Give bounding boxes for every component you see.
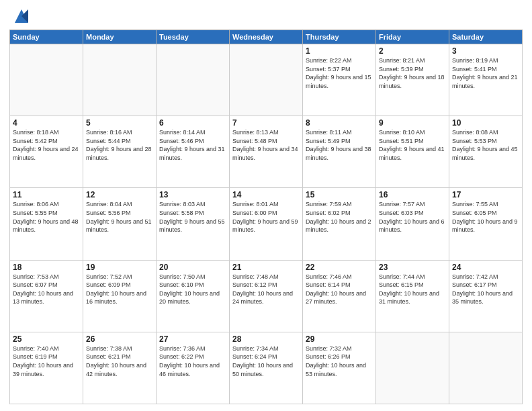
calendar-cell: 4Sunrise: 8:18 AMSunset: 5:42 PMDaylight…	[10, 116, 83, 188]
day-number: 19	[86, 263, 153, 272]
week-row-0: 1Sunrise: 8:22 AMSunset: 5:37 PMDaylight…	[10, 44, 523, 116]
calendar-cell: 28Sunrise: 7:34 AMSunset: 6:24 PMDayligh…	[230, 332, 303, 404]
calendar-cell: 27Sunrise: 7:36 AMSunset: 6:22 PMDayligh…	[157, 332, 230, 404]
day-info: Sunrise: 7:38 AMSunset: 6:21 PMDaylight:…	[86, 345, 153, 378]
week-row-2: 11Sunrise: 8:06 AMSunset: 5:55 PMDayligh…	[10, 188, 523, 260]
day-number: 14	[232, 190, 300, 199]
day-number: 17	[452, 190, 519, 199]
day-info: Sunrise: 8:13 AMSunset: 5:48 PMDaylight:…	[232, 128, 300, 162]
day-number: 2	[379, 46, 446, 56]
calendar-cell: 25Sunrise: 7:40 AMSunset: 6:19 PMDayligh…	[10, 332, 83, 404]
day-number: 9	[379, 118, 446, 128]
page: SundayMondayTuesdayWednesdayThursdayFrid…	[0, 0, 532, 411]
calendar-cell: 16Sunrise: 7:57 AMSunset: 6:03 PMDayligh…	[376, 188, 449, 260]
day-number: 16	[379, 190, 446, 199]
calendar-cell: 7Sunrise: 8:13 AMSunset: 5:48 PMDaylight…	[230, 116, 303, 188]
day-info: Sunrise: 7:44 AMSunset: 6:15 PMDaylight:…	[379, 273, 446, 306]
calendar-header-row: SundayMondayTuesdayWednesdayThursdayFrid…	[10, 30, 523, 44]
day-info: Sunrise: 8:11 AMSunset: 5:49 PMDaylight:…	[306, 128, 373, 162]
day-number: 23	[379, 263, 446, 272]
day-info: Sunrise: 8:14 AMSunset: 5:46 PMDaylight:…	[159, 128, 226, 162]
day-number: 18	[13, 263, 80, 272]
calendar-cell: 24Sunrise: 7:42 AMSunset: 6:17 PMDayligh…	[449, 260, 523, 332]
calendar-cell: 26Sunrise: 7:38 AMSunset: 6:21 PMDayligh…	[83, 332, 157, 404]
day-number: 10	[452, 118, 519, 128]
day-number: 25	[13, 334, 80, 344]
day-info: Sunrise: 8:21 AMSunset: 5:39 PMDaylight:…	[379, 56, 446, 90]
calendar-cell: 15Sunrise: 7:59 AMSunset: 6:02 PMDayligh…	[303, 188, 376, 260]
day-info: Sunrise: 7:53 AMSunset: 6:07 PMDaylight:…	[13, 273, 80, 306]
day-header-wednesday: Wednesday	[230, 30, 303, 44]
calendar-cell	[10, 44, 83, 116]
calendar-cell: 13Sunrise: 8:03 AMSunset: 5:58 PMDayligh…	[157, 188, 230, 260]
day-info: Sunrise: 7:55 AMSunset: 6:05 PMDaylight:…	[452, 200, 519, 234]
calendar-cell	[83, 44, 157, 116]
calendar-cell: 12Sunrise: 8:04 AMSunset: 5:56 PMDayligh…	[83, 188, 157, 260]
logo	[9, 7, 31, 26]
day-info: Sunrise: 8:06 AMSunset: 5:55 PMDaylight:…	[13, 200, 80, 234]
day-info: Sunrise: 7:34 AMSunset: 6:24 PMDaylight:…	[232, 345, 300, 378]
calendar-cell: 17Sunrise: 7:55 AMSunset: 6:05 PMDayligh…	[449, 188, 523, 260]
day-info: Sunrise: 7:32 AMSunset: 6:26 PMDaylight:…	[306, 345, 373, 378]
day-info: Sunrise: 8:08 AMSunset: 5:53 PMDaylight:…	[452, 128, 519, 162]
day-number: 15	[306, 190, 373, 199]
calendar-cell: 3Sunrise: 8:19 AMSunset: 5:41 PMDaylight…	[449, 44, 523, 116]
day-header-thursday: Thursday	[303, 30, 376, 44]
day-number: 6	[159, 118, 226, 128]
day-header-tuesday: Tuesday	[157, 30, 230, 44]
week-row-4: 25Sunrise: 7:40 AMSunset: 6:19 PMDayligh…	[10, 332, 523, 404]
day-header-friday: Friday	[376, 30, 449, 44]
day-info: Sunrise: 7:42 AMSunset: 6:17 PMDaylight:…	[452, 273, 519, 306]
calendar-cell: 2Sunrise: 8:21 AMSunset: 5:39 PMDaylight…	[376, 44, 449, 116]
calendar-cell: 14Sunrise: 8:01 AMSunset: 6:00 PMDayligh…	[230, 188, 303, 260]
day-info: Sunrise: 7:36 AMSunset: 6:22 PMDaylight:…	[159, 345, 226, 378]
day-info: Sunrise: 7:48 AMSunset: 6:12 PMDaylight:…	[232, 273, 300, 306]
day-number: 1	[306, 46, 373, 56]
day-info: Sunrise: 8:03 AMSunset: 5:58 PMDaylight:…	[159, 200, 226, 234]
calendar-cell: 11Sunrise: 8:06 AMSunset: 5:55 PMDayligh…	[10, 188, 83, 260]
day-info: Sunrise: 8:19 AMSunset: 5:41 PMDaylight:…	[452, 56, 519, 90]
day-number: 12	[86, 190, 153, 199]
day-header-monday: Monday	[83, 30, 157, 44]
logo-icon	[12, 7, 31, 26]
day-number: 5	[86, 118, 153, 128]
calendar-cell	[376, 332, 449, 404]
calendar-cell: 20Sunrise: 7:50 AMSunset: 6:10 PMDayligh…	[157, 260, 230, 332]
calendar-cell: 29Sunrise: 7:32 AMSunset: 6:26 PMDayligh…	[303, 332, 376, 404]
day-info: Sunrise: 8:10 AMSunset: 5:51 PMDaylight:…	[379, 128, 446, 162]
calendar-cell: 22Sunrise: 7:46 AMSunset: 6:14 PMDayligh…	[303, 260, 376, 332]
calendar-cell: 6Sunrise: 8:14 AMSunset: 5:46 PMDaylight…	[157, 116, 230, 188]
day-number: 22	[306, 263, 373, 272]
day-number: 21	[232, 263, 300, 272]
calendar-cell	[157, 44, 230, 116]
day-info: Sunrise: 7:52 AMSunset: 6:09 PMDaylight:…	[86, 273, 153, 306]
day-number: 7	[232, 118, 300, 128]
day-info: Sunrise: 7:57 AMSunset: 6:03 PMDaylight:…	[379, 200, 446, 234]
calendar-cell: 10Sunrise: 8:08 AMSunset: 5:53 PMDayligh…	[449, 116, 523, 188]
week-row-3: 18Sunrise: 7:53 AMSunset: 6:07 PMDayligh…	[10, 260, 523, 332]
day-number: 29	[306, 334, 373, 344]
calendar-cell: 8Sunrise: 8:11 AMSunset: 5:49 PMDaylight…	[303, 116, 376, 188]
day-number: 3	[452, 46, 519, 56]
day-number: 4	[13, 118, 80, 128]
calendar-cell: 19Sunrise: 7:52 AMSunset: 6:09 PMDayligh…	[83, 260, 157, 332]
calendar-cell: 1Sunrise: 8:22 AMSunset: 5:37 PMDaylight…	[303, 44, 376, 116]
day-info: Sunrise: 7:50 AMSunset: 6:10 PMDaylight:…	[159, 273, 226, 306]
day-info: Sunrise: 7:46 AMSunset: 6:14 PMDaylight:…	[306, 273, 373, 306]
day-header-saturday: Saturday	[449, 30, 523, 44]
day-header-sunday: Sunday	[10, 30, 83, 44]
day-number: 11	[13, 190, 80, 199]
day-number: 8	[306, 118, 373, 128]
day-number: 28	[232, 334, 300, 344]
day-info: Sunrise: 7:59 AMSunset: 6:02 PMDaylight:…	[306, 200, 373, 234]
day-info: Sunrise: 8:04 AMSunset: 5:56 PMDaylight:…	[86, 200, 153, 234]
day-info: Sunrise: 7:40 AMSunset: 6:19 PMDaylight:…	[13, 345, 80, 378]
calendar-cell: 9Sunrise: 8:10 AMSunset: 5:51 PMDaylight…	[376, 116, 449, 188]
calendar-cell: 18Sunrise: 7:53 AMSunset: 6:07 PMDayligh…	[10, 260, 83, 332]
calendar-cell: 23Sunrise: 7:44 AMSunset: 6:15 PMDayligh…	[376, 260, 449, 332]
calendar-cell	[449, 332, 523, 404]
day-number: 13	[159, 190, 226, 199]
calendar-cell	[230, 44, 303, 116]
day-number: 20	[159, 263, 226, 272]
header	[9, 7, 523, 26]
